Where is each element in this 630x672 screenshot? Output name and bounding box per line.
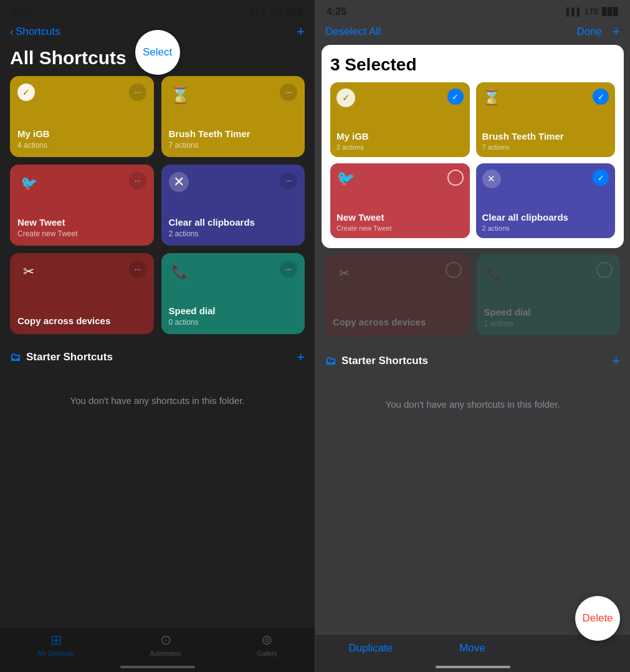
right-lte-icon: LTE xyxy=(585,7,599,16)
delete-button[interactable]: Delete xyxy=(575,596,620,641)
selection-nav: Deselect All Done + xyxy=(315,20,630,45)
dimmed-card-speed-dial[interactable]: 📞 Speed dial 1 actions xyxy=(477,254,621,335)
card-title: Copy across devices xyxy=(333,316,462,329)
left-signal-icon: ▌▌▌ xyxy=(251,7,267,16)
popup-card-top: 🐦 xyxy=(336,170,464,187)
right-home-indicator xyxy=(436,666,510,668)
card-top: ✓ ··· xyxy=(17,84,146,101)
card-bottom: Speed dial 1 actions xyxy=(484,306,613,329)
popup-card-bottom: Brush Teeth Timer 7 actions xyxy=(482,131,609,151)
selected-popup: 3 Selected ✓ ✓ My iGB 2 actions ⌛ ✓ xyxy=(322,45,624,248)
right-panel: 4:25 ▌▌▌ LTE ▊▊▊ Deselect All Done + 3 S… xyxy=(315,0,630,672)
selected-count-title: 3 Selected xyxy=(330,55,615,75)
left-nav-back-label[interactable]: Shortcuts xyxy=(16,26,60,38)
right-folder-label: 🗂 Starter Shortcuts xyxy=(325,355,428,368)
left-lte-icon: LTE xyxy=(270,7,284,16)
selected-check: ✓ xyxy=(593,89,609,105)
popup-card-brush-teeth[interactable]: ⌛ ✓ Brush Teeth Timer 7 actions xyxy=(476,82,616,157)
dimmed-grid: ✂ Copy across devices 📞 Speed dial 1 act… xyxy=(315,248,630,335)
popup-card-bottom: New Tweet Create new Tweet xyxy=(336,212,464,232)
popup-card-my-igb[interactable]: ✓ ✓ My iGB 2 actions xyxy=(330,82,470,157)
delete-button-label: Delete xyxy=(582,612,613,625)
right-status-time: 4:25 xyxy=(327,6,346,17)
card-subtitle: 0 actions xyxy=(169,318,298,327)
shortcut-card-my-igb[interactable]: ✓ ··· My iGB 4 actions xyxy=(10,76,154,157)
card-top: ✕ ··· xyxy=(169,172,298,192)
card-subtitle: 4 actions xyxy=(17,141,146,150)
shortcut-card-new-tweet[interactable]: 🐦 ··· New Tweet Create new Tweet xyxy=(10,165,154,246)
folder-label: 🗂 Starter Shortcuts xyxy=(10,351,113,364)
menu-button[interactable]: ··· xyxy=(129,84,146,101)
popup-card-clear-clipboards[interactable]: ✕ ✓ Clear all clipboards 2 actions xyxy=(476,163,616,238)
right-folder-title: Starter Shortcuts xyxy=(341,355,428,367)
folder-section: 🗂 Starter Shortcuts + xyxy=(0,339,315,370)
card-check-icon: ✓ xyxy=(336,89,355,107)
phone-icon: 📞 xyxy=(169,261,191,283)
right-status-bar: 4:25 ▌▌▌ LTE ▊▊▊ xyxy=(315,0,630,20)
card-subtitle: 2 actions xyxy=(169,229,298,238)
x-icon: ✕ xyxy=(169,172,189,192)
unselected-circle xyxy=(596,262,613,278)
phone-icon: 📞 xyxy=(484,262,507,284)
left-nav-back[interactable]: ‹ Shortcuts xyxy=(10,26,60,39)
right-status-right: ▌▌▌ LTE ▊▊▊ xyxy=(566,7,619,16)
card-top: ✂ ··· xyxy=(17,261,146,283)
move-button[interactable]: Move xyxy=(459,642,485,655)
x-icon: ✕ xyxy=(482,170,501,188)
menu-button[interactable]: ··· xyxy=(280,84,297,101)
menu-button[interactable]: ··· xyxy=(280,172,297,190)
popup-card-subtitle: 2 actions xyxy=(482,224,609,232)
card-title: My iGB xyxy=(17,128,146,140)
right-folder-section: 🗂 Starter Shortcuts + xyxy=(315,343,630,374)
select-button[interactable]: Select xyxy=(135,30,180,75)
card-title: Speed dial xyxy=(169,305,298,317)
duplicate-button[interactable]: Duplicate xyxy=(348,642,393,655)
card-bottom: Copy across devices xyxy=(17,315,146,327)
shortcut-card-brush-teeth[interactable]: ⌛ ··· Brush Teeth Timer 7 actions xyxy=(161,76,305,157)
card-bottom: New Tweet Create new Tweet xyxy=(17,216,146,239)
left-chevron-icon: ‹ xyxy=(10,26,14,39)
card-top: 📞 xyxy=(484,262,613,284)
popup-card-title: Clear all clipboards xyxy=(482,212,609,223)
popup-card-new-tweet[interactable]: 🐦 New Tweet Create new Tweet xyxy=(330,163,470,238)
menu-button[interactable]: ··· xyxy=(280,261,297,278)
menu-button[interactable]: ··· xyxy=(129,261,146,278)
card-top: ⌛ ··· xyxy=(169,84,298,106)
check-icon: ✓ xyxy=(17,84,35,101)
timer-icon: ⌛ xyxy=(482,89,501,106)
shortcuts-grid: ✓ ··· My iGB 4 actions ⌛ ··· Brush Teeth… xyxy=(0,76,315,334)
popup-card-subtitle: 7 actions xyxy=(482,143,609,151)
left-status-right: ▌▌▌ LTE ▊▊▊ xyxy=(251,7,303,16)
card-top: 📞 ··· xyxy=(169,261,298,283)
folder-add-button[interactable]: + xyxy=(297,349,305,365)
left-battery-icon: ▊▊▊ xyxy=(287,7,303,16)
left-panel: 4:25 ▌▌▌ LTE ▊▊▊ ‹ Shortcuts + Select Al… xyxy=(0,0,315,672)
left-add-button[interactable]: + xyxy=(297,24,305,40)
select-button-label: Select xyxy=(143,46,172,59)
card-bottom: My iGB 4 actions xyxy=(17,128,146,150)
menu-button[interactable]: ··· xyxy=(129,172,146,190)
done-button[interactable]: Done xyxy=(577,26,603,38)
popup-card-title: Brush Teeth Timer xyxy=(482,131,609,142)
card-bottom: Copy across devices xyxy=(333,316,462,329)
dimmed-card-copy[interactable]: ✂ Copy across devices xyxy=(325,254,469,335)
popup-card-title: My iGB xyxy=(336,131,464,142)
right-battery-icon: ▊▊▊ xyxy=(602,7,619,16)
card-subtitle: 7 actions xyxy=(169,141,298,150)
popup-card-bottom: My iGB 2 actions xyxy=(336,131,464,151)
shortcut-card-copy-across[interactable]: ✂ ··· Copy across devices xyxy=(10,253,154,334)
selected-check: ✓ xyxy=(447,89,464,105)
popup-grid: ✓ ✓ My iGB 2 actions ⌛ ✓ Brush Teeth Tim… xyxy=(330,82,615,238)
card-subtitle: 1 actions xyxy=(484,319,613,328)
deselect-all-button[interactable]: Deselect All xyxy=(325,26,381,38)
card-top: 🐦 ··· xyxy=(17,172,146,194)
right-folder-add-button[interactable]: + xyxy=(612,353,620,369)
right-add-button[interactable]: + xyxy=(612,24,620,40)
folder-title: Starter Shortcuts xyxy=(26,351,113,363)
shortcut-card-speed-dial[interactable]: 📞 ··· Speed dial 0 actions xyxy=(161,253,305,334)
twitter-icon: 🐦 xyxy=(336,170,355,187)
left-status-bar: 4:25 ▌▌▌ LTE ▊▊▊ xyxy=(0,0,315,20)
popup-card-subtitle: 2 actions xyxy=(336,143,464,151)
shortcut-card-clear-clipboards[interactable]: ✕ ··· Clear all clipboards 2 actions xyxy=(161,165,305,246)
unselected-circle xyxy=(446,262,462,278)
